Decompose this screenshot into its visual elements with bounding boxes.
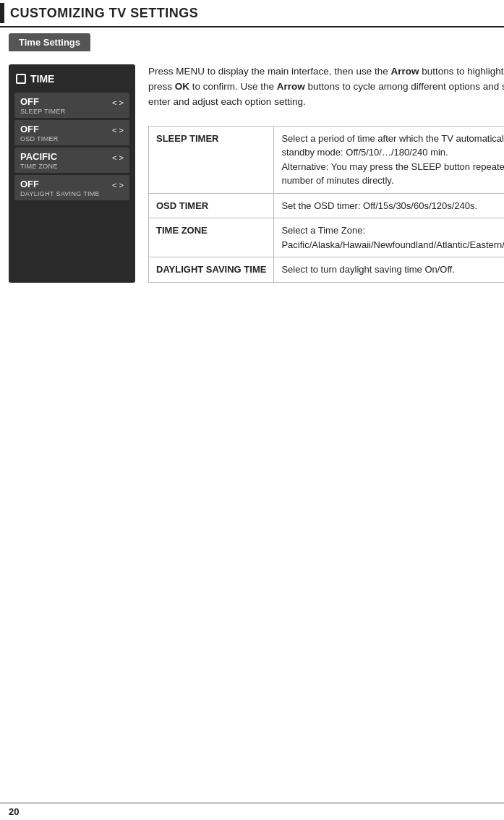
setting-desc-cell: Select a period of time after which the … bbox=[274, 126, 504, 193]
setting-name-cell: TIME ZONE bbox=[149, 218, 274, 257]
setting-name-cell: DAYLIGHT SAVING TIME bbox=[149, 257, 274, 283]
time-zone-label: TIME ZONE bbox=[20, 163, 58, 170]
menu-item-daylight-saving[interactable]: OFF DAYLIGHT SAVING TIME < > bbox=[14, 175, 129, 200]
table-row: OSD TIMERSet the OSD timer: Off/15s/30s/… bbox=[149, 193, 505, 218]
osd-timer-value: OFF bbox=[20, 124, 59, 134]
osd-timer-label: OSD TIMER bbox=[20, 135, 59, 142]
osd-timer-arrows: < > bbox=[112, 126, 124, 134]
instruction-area: Press MENU to display the main interface… bbox=[148, 64, 504, 283]
menu-item-sleep-timer[interactable]: OFF SLEEP TIMER < > bbox=[14, 93, 129, 118]
sleep-timer-label: SLEEP TIMER bbox=[20, 108, 66, 115]
main-content: TIME OFF SLEEP TIMER < > OFF OSD TIMER <… bbox=[9, 64, 495, 283]
tv-panel-title: TIME bbox=[9, 70, 135, 90]
menu-item-time-zone[interactable]: PACIFIC TIME ZONE < > bbox=[14, 148, 129, 173]
setting-desc-cell: Set the OSD timer: Off/15s/30s/60s/120s/… bbox=[274, 193, 504, 218]
table-row: SLEEP TIMERSelect a period of time after… bbox=[149, 126, 505, 193]
instruction-text: Press MENU to display the main interface… bbox=[148, 64, 504, 110]
setting-desc-cell: Select a Time Zone: Pacific/Alaska/Hawai… bbox=[274, 218, 504, 257]
sleep-timer-value: OFF bbox=[20, 96, 66, 107]
sleep-timer-arrows: < > bbox=[112, 98, 124, 107]
header-bar bbox=[0, 3, 4, 23]
daylight-saving-value: OFF bbox=[20, 179, 100, 189]
time-zone-value: PACIFIC bbox=[20, 151, 58, 162]
page-number: 20 bbox=[9, 806, 19, 817]
page-title: CUSTOMIZING TV SETTINGS bbox=[10, 6, 198, 21]
tab-row: Time Settings bbox=[9, 33, 495, 51]
table-row: DAYLIGHT SAVING TIMESelect to turn dayli… bbox=[149, 257, 505, 283]
page-header: CUSTOMIZING TV SETTINGS bbox=[0, 0, 504, 27]
setting-name-cell: SLEEP TIMER bbox=[149, 126, 274, 193]
time-zone-arrows: < > bbox=[112, 153, 124, 162]
tv-panel-title-text: TIME bbox=[30, 73, 54, 85]
daylight-saving-label: DAYLIGHT SAVING TIME bbox=[20, 190, 100, 197]
table-row: TIME ZONESelect a Time Zone: Pacific/Ala… bbox=[149, 218, 505, 257]
tv-panel: TIME OFF SLEEP TIMER < > OFF OSD TIMER <… bbox=[9, 64, 135, 283]
settings-table: SLEEP TIMERSelect a period of time after… bbox=[148, 126, 504, 283]
page-footer: 20 bbox=[0, 803, 504, 820]
setting-name-cell: OSD TIMER bbox=[149, 193, 274, 218]
menu-item-osd-timer[interactable]: OFF OSD TIMER < > bbox=[14, 120, 129, 145]
tab-time-settings[interactable]: Time Settings bbox=[9, 33, 90, 51]
setting-desc-cell: Select to turn daylight saving time On/O… bbox=[274, 257, 504, 283]
tv-panel-icon bbox=[16, 74, 26, 84]
daylight-saving-arrows: < > bbox=[112, 181, 124, 189]
